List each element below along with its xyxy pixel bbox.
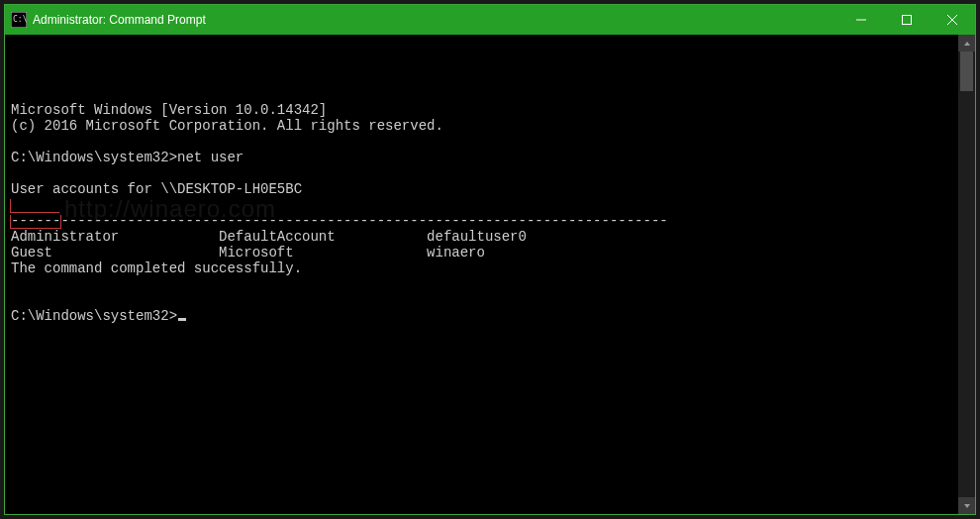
svg-text:C:\: C:\ (13, 15, 27, 24)
cursor (178, 318, 186, 321)
user-row-1: Administrator DefaultAccount defaultuser… (11, 229, 527, 245)
svg-marker-6 (964, 42, 970, 46)
vertical-scrollbar[interactable] (958, 35, 975, 514)
scroll-track[interactable] (958, 52, 975, 497)
scroll-up-button[interactable] (958, 35, 975, 52)
os-header-line: Microsoft Windows [Version 10.0.14342] (11, 102, 327, 118)
separator-line: ----------------------------------------… (11, 213, 668, 229)
prompt-1: C:\Windows\system32>net user (11, 150, 244, 165)
svg-marker-7 (964, 504, 970, 508)
user-defaultuser0: defaultuser0 (427, 229, 527, 245)
minimize-button[interactable] (838, 5, 884, 35)
maximize-button[interactable] (884, 5, 930, 35)
titlebar[interactable]: C:\ Administrator: Command Prompt (5, 5, 975, 35)
completed-line: The command completed successfully. (11, 260, 302, 276)
user-row-2: Guest Microsoft winaero (11, 245, 485, 260)
user-guest: Guest (11, 245, 52, 260)
scroll-down-button[interactable] (958, 497, 975, 514)
cmd-window: C:\ Administrator: Command Prompt http:/… (4, 4, 976, 515)
terminal-output[interactable]: http://winaero.com Microsoft Windows [Ve… (5, 35, 958, 514)
accounts-header: User accounts for \\DESKTOP-LH0E5BC (11, 181, 302, 197)
cmd-icon: C:\ (11, 12, 27, 28)
close-button[interactable] (930, 5, 975, 35)
window-title: Administrator: Command Prompt (33, 13, 206, 27)
user-defaultaccount: DefaultAccount (219, 229, 336, 245)
svg-rect-3 (903, 16, 912, 25)
prompt-2: C:\Windows\system32> (11, 308, 186, 324)
user-winaero: winaero (427, 245, 485, 260)
copyright-line: (c) 2016 Microsoft Corporation. All righ… (11, 118, 443, 134)
user-microsoft: Microsoft (219, 245, 294, 260)
client-area: http://winaero.com Microsoft Windows [Ve… (5, 35, 975, 514)
user-administrator: Administrator (11, 229, 119, 245)
scroll-thumb[interactable] (960, 52, 973, 91)
